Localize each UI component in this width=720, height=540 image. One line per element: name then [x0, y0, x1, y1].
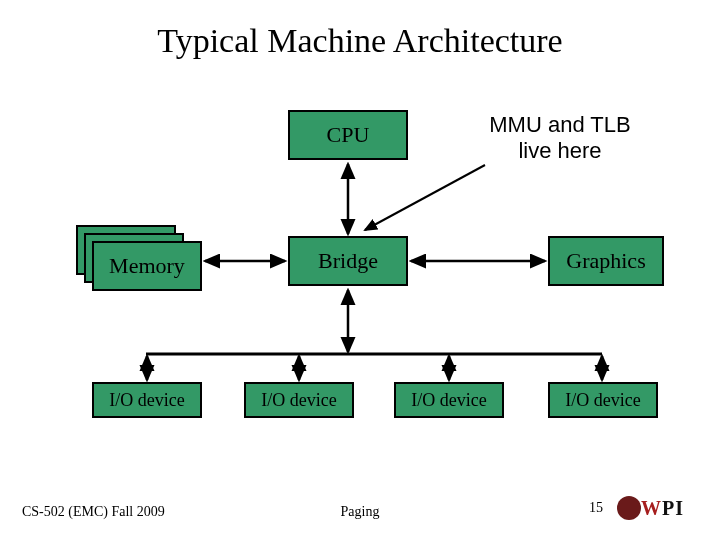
cpu-block: CPU — [288, 110, 408, 160]
mmu-annotation-line2: live here — [518, 138, 601, 163]
memory-block: Memory — [92, 241, 202, 291]
wpi-logo-w: W — [641, 497, 662, 519]
io-block-4: I/O device — [548, 382, 658, 418]
wpi-seal-icon — [617, 496, 641, 520]
footer-right: 15 WPI — [589, 496, 684, 520]
graphics-block: Graphics — [548, 236, 664, 286]
mmu-annotation: MMU and TLB live here — [460, 112, 660, 165]
io-block-2: I/O device — [244, 382, 354, 418]
io-block-1: I/O device — [92, 382, 202, 418]
bridge-block: Bridge — [288, 236, 408, 286]
wpi-logo-pi: PI — [662, 497, 684, 519]
mmu-annotation-line1: MMU and TLB — [489, 112, 630, 137]
svg-line-3 — [365, 165, 485, 230]
wpi-logo: WPI — [617, 496, 684, 520]
page-title: Typical Machine Architecture — [0, 22, 720, 60]
io-block-3: I/O device — [394, 382, 504, 418]
page-number: 15 — [589, 500, 603, 516]
